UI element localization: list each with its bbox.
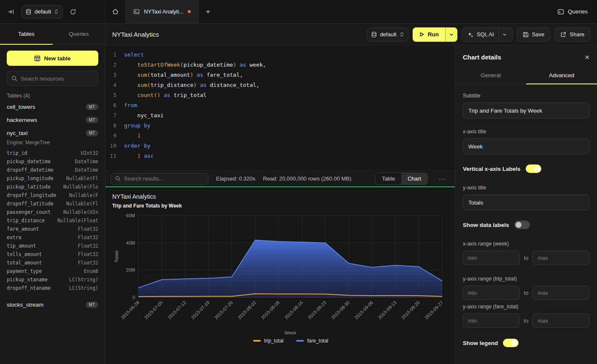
table-name: nyc_taxi xyxy=(7,130,28,136)
search-results-input[interactable] xyxy=(124,175,204,182)
sql-ai-caret[interactable] xyxy=(498,28,507,41)
database-icon xyxy=(371,32,377,38)
yaxis-range-fare-min-input[interactable] xyxy=(463,313,520,328)
show-legend-toggle[interactable] xyxy=(503,339,519,347)
code-line[interactable]: 6from xyxy=(105,100,455,111)
console-icon xyxy=(133,8,140,15)
legend-label: trip_total xyxy=(264,338,284,344)
save-button-label: Save xyxy=(532,31,545,38)
queries-button[interactable]: Queries xyxy=(557,0,588,23)
column-row[interactable]: tip_amountFloat32 xyxy=(7,242,98,250)
unsaved-indicator-dot xyxy=(188,10,191,13)
table-row[interactable]: cell_towersMT xyxy=(7,100,98,113)
svg-text:Week: Week xyxy=(284,330,296,335)
column-row[interactable]: trip_idUInt32 xyxy=(7,149,98,157)
column-row[interactable]: payment_typeEnum8 xyxy=(7,267,98,275)
run-button[interactable]: Run xyxy=(413,27,457,42)
column-row[interactable]: pickup_ntanameLC(String) xyxy=(7,275,98,284)
column-row[interactable]: extraFloat32 xyxy=(7,233,98,242)
refresh-icon xyxy=(70,8,76,15)
column-row[interactable]: dropoff_latitudeNullable(Fl xyxy=(7,200,98,208)
table-group: stocks_streamMT xyxy=(7,298,98,311)
code-line[interactable]: 9 1 xyxy=(105,131,455,141)
column-row[interactable]: passenger_countNullable(UIn xyxy=(7,208,98,216)
query-tab[interactable]: NYTaxi Analyti... xyxy=(126,0,199,23)
sidebar-tab-tables[interactable]: Tables xyxy=(0,24,53,44)
legend-item[interactable]: fare_total xyxy=(296,338,328,344)
code-line[interactable]: 4 sum(trip_distance) as distance_total, xyxy=(105,80,455,90)
code-line[interactable]: 8group by xyxy=(105,121,455,131)
show-data-labels-toggle[interactable] xyxy=(514,221,530,229)
xaxis-range-min-input[interactable] xyxy=(463,251,520,265)
yaxis-range-trip-min-input[interactable] xyxy=(463,286,520,300)
column-row[interactable]: total_amountFloat32 xyxy=(7,259,98,267)
yaxis-range-trip-label: y-axis range (trip_total) xyxy=(463,276,589,282)
run-button-main[interactable]: Run xyxy=(413,27,445,42)
home-icon xyxy=(112,8,119,15)
xaxis-title-input[interactable] xyxy=(463,138,589,154)
yaxis-range-trip-max-input[interactable] xyxy=(532,286,589,300)
table-row[interactable]: stocks_streamMT xyxy=(7,298,98,311)
search-resources-input[interactable] xyxy=(21,75,94,82)
table-row[interactable]: hackernewsMT xyxy=(7,113,98,127)
svg-text:2015-09-06: 2015-09-06 xyxy=(354,300,374,320)
share-button[interactable]: Share xyxy=(554,27,590,42)
database-selector[interactable]: default xyxy=(367,28,408,41)
sidebar-tab-queries[interactable]: Queries xyxy=(53,24,105,44)
column-row[interactable]: pickup_longitudeNullable(Fl xyxy=(7,174,98,183)
close-button[interactable]: × xyxy=(585,53,589,61)
column-row[interactable]: pickup_datetimeDateTime xyxy=(7,157,98,166)
home-tab[interactable] xyxy=(105,0,126,23)
sql-editor[interactable]: 1select2 toStartOfWeek(pickup_datetime) … xyxy=(105,46,455,170)
column-row[interactable]: dropoff_datetimeDateTime xyxy=(7,166,98,174)
view-table-button[interactable]: Table xyxy=(375,173,401,184)
subtitle-field-label: Subtitle xyxy=(463,93,589,99)
yaxis-title-input[interactable] xyxy=(463,194,589,210)
column-row[interactable]: pickup_latitudeNullable(Flo xyxy=(7,183,98,191)
view-chart-button[interactable]: Chart xyxy=(401,173,427,184)
main-header: NYTaxi Analytics default xyxy=(105,24,597,46)
table-row[interactable]: nyc_taxiMT xyxy=(7,127,98,140)
svg-text:2015-07-19: 2015-07-19 xyxy=(190,300,210,320)
column-row[interactable]: dropoff_ntanameLC(String) xyxy=(7,284,98,292)
sql-ai-button[interactable]: SQL AI xyxy=(462,27,513,42)
database-selector-value: default xyxy=(380,31,397,38)
run-options-caret[interactable] xyxy=(445,27,457,42)
new-tab-button[interactable]: + xyxy=(199,0,217,23)
console-icon xyxy=(557,8,564,15)
table-name: stocks_stream xyxy=(7,302,43,308)
yaxis-range-fare-max-input[interactable] xyxy=(532,313,589,328)
code-line[interactable]: 10order by xyxy=(105,141,455,151)
code-line[interactable]: 3 sum(total_amount) as fare_total, xyxy=(105,70,455,80)
details-tab-advanced[interactable]: Advanced xyxy=(526,67,597,84)
svg-text:2015-06-28: 2015-06-28 xyxy=(120,300,140,320)
new-table-button[interactable]: New table xyxy=(7,51,98,66)
database-selector-value: default xyxy=(35,8,51,15)
legend-item[interactable]: trip_total xyxy=(253,338,284,344)
collapse-sidebar-button[interactable] xyxy=(6,7,16,17)
more-options-button[interactable]: ··· xyxy=(435,175,450,182)
code-line[interactable]: 5 count() as trip_total xyxy=(105,90,455,100)
view-toggle: TableChart xyxy=(375,173,428,185)
xaxis-range-max-input[interactable] xyxy=(532,251,589,265)
details-tab-general[interactable]: General xyxy=(455,67,526,84)
engine-badge: MT xyxy=(86,117,98,123)
svg-text:2015-09-13: 2015-09-13 xyxy=(377,300,397,320)
column-row[interactable]: tolls_amountFloat32 xyxy=(7,250,98,259)
column-row[interactable]: trip_distanceNullable(Float xyxy=(7,216,98,225)
subtitle-input[interactable] xyxy=(463,102,589,119)
vertical-xaxis-labels-toggle[interactable] xyxy=(526,164,541,173)
code-line[interactable]: 7 nyc_taxi xyxy=(105,111,455,121)
column-row[interactable]: dropoff_longitudeNullable(F xyxy=(7,191,98,200)
refresh-button[interactable] xyxy=(68,7,78,17)
code-line[interactable]: 1select xyxy=(105,50,455,60)
chevron-down-icon xyxy=(502,32,507,37)
chart-plot[interactable]: 020M40M60M2015-06-282015-07-052015-07-12… xyxy=(112,210,448,338)
save-button[interactable]: Save xyxy=(517,27,551,42)
code-line[interactable]: 2 toStartOfWeek(pickup_datetime) as week… xyxy=(105,60,455,70)
database-selector[interactable]: default xyxy=(21,5,63,19)
queries-button-label: Queries xyxy=(568,8,588,15)
code-line[interactable]: 11 1 asc xyxy=(105,151,455,161)
svg-text:2015-07-26: 2015-07-26 xyxy=(213,300,234,320)
column-row[interactable]: fare_amountFloat32 xyxy=(7,225,98,233)
